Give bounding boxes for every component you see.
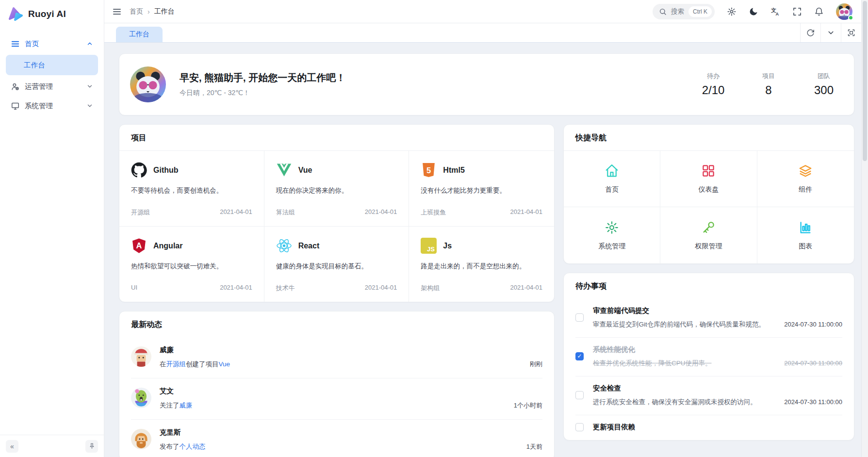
todo-checkbox[interactable] [575,423,584,431]
project-card-js[interactable]: JS Js 路是走出来的，而不是空想出来的。 架构组 2021-04-01 [409,227,554,302]
project-card-react[interactable]: React 健康的身体是实现目标的基石。 技术牛 2021-04-01 [264,227,409,302]
sidebar-pin-button[interactable] [85,440,98,453]
notifications-button[interactable] [814,7,824,16]
evan-avatar [131,388,151,408]
sidebar-toggle-button[interactable] [112,7,122,16]
sidebar-collapse-button[interactable]: « [6,440,18,453]
tabbar: 工作台 [104,23,861,43]
project-name: Vue [298,166,312,175]
quicknav-grid: 首页 仪表盘 [564,151,854,263]
project-group: 开源组 [131,208,150,217]
sidebar-item-home[interactable]: 首页 [6,34,98,53]
translate-icon: 文 A [770,7,780,16]
activity-text: 关注了 [160,401,180,410]
main-area: 首页 › 工作台 搜索 Ctrl K [104,0,861,457]
project-date: 2021-04-01 [510,284,542,293]
project-group: UI [131,284,137,291]
activity-item: 艾文 关注了 威廉 1个小时前 [131,378,542,420]
menu-lines-icon [11,39,20,49]
quicknav-item-charts[interactable]: 图表 [757,207,854,263]
page-scrollbar[interactable] [861,0,868,457]
todo-checkbox[interactable] [575,313,584,322]
brand[interactable]: Ruoyi AI [0,0,104,27]
project-name: Html5 [443,166,464,175]
project-name: Github [153,166,179,175]
maximize-icon [847,29,855,37]
sidebar-menu: 首页 工作台 运营管理 [0,27,104,435]
activity-user-name: 克里斯 [160,428,542,437]
todos-card-title: 待办事项 [564,273,854,299]
fullscreen-button[interactable] [792,7,802,16]
project-date: 2021-04-01 [220,208,252,217]
brand-name: Ruoyi AI [28,9,66,19]
react-icon [276,238,292,254]
refresh-button[interactable] [800,23,820,42]
project-desc: 不要等待机会，而要创造机会。 [131,186,252,195]
activity-time: 刚刚 [530,360,542,369]
todos-card: 待办事项 审查前端代码提交 审查最近提交到Git仓库的前端代码，确保代码质量和规… [563,273,854,441]
quicknav-item-dashboard[interactable]: 仪表盘 [660,151,757,207]
scrollbar-thumb[interactable] [863,1,867,161]
search-shortcut-badge: Ctrl K [688,6,712,17]
breadcrumb-home[interactable]: 首页 [130,7,143,16]
welcome-text: 早安, 熊猫助手, 开始您一天的工作吧！ 今日晴，20℃ - 32℃！ [180,71,345,98]
todo-time: 2024-07-30 11:00:00 [777,398,842,406]
quicknav-item-system[interactable]: 系统管理 [564,207,660,263]
activity-link-feed[interactable]: 个人动态 [180,442,206,451]
fullscreen-icon [792,7,802,16]
stat-value: 2/10 [700,83,727,97]
project-card-vue[interactable]: Vue 现在的你决定将来的你。 算法组 2021-04-01 [264,151,409,227]
activity-text: 在 [160,360,166,369]
tab-workbench[interactable]: 工作台 [116,27,163,42]
project-card-html5[interactable]: 5 Html5 没有什么才能比努力更重要。 上班摸鱼 2021-04-01 [409,151,554,227]
bell-icon [814,7,824,16]
activity-link-group[interactable]: 开源组 [166,360,186,369]
sidebar-item-label: 运营管理 [25,82,53,91]
todo-title: 安全检查 [593,384,842,393]
language-button[interactable]: 文 A [770,7,780,16]
todo-desc: 进行系统安全检查，确保没有安全漏洞或未授权的访问。 [593,398,757,407]
todo-checkbox-checked[interactable] [575,352,584,360]
sidebar-item-workbench[interactable]: 工作台 [6,55,98,75]
pin-icon [88,442,96,450]
user-avatar[interactable] [836,3,852,20]
settings-button[interactable] [727,7,737,16]
sidebar-item-system[interactable]: 系统管理 [6,97,98,115]
activity-text: 发布了 [160,442,180,451]
quicknav-item-components[interactable]: 组件 [757,151,854,207]
project-card-angular[interactable]: A Angular 热情和欲望可以突破一切难关。 UI 2021-04-01 [119,227,264,302]
sidebar-item-ops[interactable]: 运营管理 [6,77,98,96]
todo-item: 更新项目依赖 [575,415,842,440]
content-maximize-button[interactable] [841,23,861,42]
welcome-subtitle: 今日晴，20℃ - 32℃！ [180,89,345,98]
breadcrumb-current: 工作台 [154,7,175,16]
todo-checkbox[interactable] [575,391,584,399]
key-icon [701,220,716,235]
right-column: 快捷导航 首页 [563,124,854,457]
dark-mode-button[interactable] [749,7,758,16]
stat-value: 8 [755,83,782,97]
quicknav-item-home[interactable]: 首页 [564,151,660,207]
search-input[interactable]: 搜索 Ctrl K [653,4,715,19]
activity-link-user[interactable]: 威廉 [180,401,193,410]
quicknav-item-permissions[interactable]: 权限管理 [660,207,757,263]
projects-card: 项目 Github 不要等待机会，而要创造机会。 [119,124,555,302]
project-card-github[interactable]: Github 不要等待机会，而要创造机会。 开源组 2021-04-01 [119,151,264,227]
activity-link-project[interactable]: Vue [219,360,230,368]
projects-grid: Github 不要等待机会，而要创造机会。 开源组 2021-04-01 [119,151,554,302]
stat-team: 团队 300 [810,72,837,97]
page-content: 早安, 熊猫助手, 开始您一天的工作吧！ 今日晴，20℃ - 32℃！ 待办 2… [104,43,861,457]
stat-label: 团队 [810,72,837,81]
online-status-dot [848,15,853,20]
html5-icon: 5 [421,162,437,178]
chris-avatar [131,429,151,449]
project-date: 2021-04-01 [365,284,397,293]
quicknav-label: 系统管理 [598,242,625,251]
tab-menu-button[interactable] [820,23,841,42]
stat-label: 项目 [755,72,782,81]
project-desc: 现在的你决定将来的你。 [276,186,397,195]
todo-item: 安全检查 进行系统安全检查，确保没有安全漏洞或未授权的访问。 2024-07-3… [575,376,842,415]
left-column: 项目 Github 不要等待机会，而要创造机会。 [119,124,555,457]
todo-desc: 检查并优化系统性能，降低CPU使用率。 [593,359,712,368]
project-group: 技术牛 [276,284,295,293]
